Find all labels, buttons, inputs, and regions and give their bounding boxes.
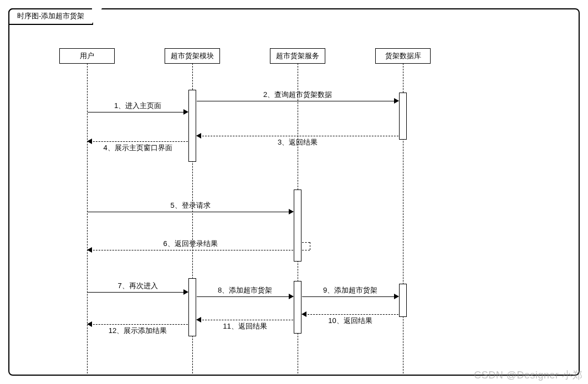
msg-9-label: 9、添加超市货架 — [302, 285, 398, 295]
msg-3-label: 3、返回结果 — [197, 137, 398, 147]
msg-5-label: 5、登录请求 — [88, 201, 293, 211]
msg-10: 10、返回结果 — [302, 314, 398, 315]
activation-service-2 — [294, 281, 301, 334]
msg-12: 12、展示添加结果 — [88, 324, 188, 325]
msg-11: 11、返回结果 — [197, 320, 293, 320]
activation-database-2 — [399, 284, 407, 317]
msg-2-label: 2、查询超市货架数据 — [197, 90, 398, 100]
msg-11-label: 11、返回结果 — [197, 321, 293, 331]
participant-service: 超市货架服务 — [270, 48, 325, 64]
participant-database: 货架数据库 — [375, 48, 431, 64]
participant-user: 用户 — [59, 48, 115, 64]
msg-3: 3、返回结果 — [197, 136, 398, 136]
msg-2: 2、查询超市货架数据 — [197, 101, 398, 101]
msg-4: 4、展示主页窗口界面 — [88, 141, 188, 142]
diagram-canvas: 用户 超市货架模块 超市货架服务 货架数据库 1、进入主页面 2、查询超市货架数… — [9, 9, 579, 375]
msg-7-label: 7、再次进入 — [88, 281, 188, 291]
msg-4-label: 4、展示主页窗口界面 — [88, 143, 188, 153]
msg-8: 8、添加超市货架 — [197, 296, 293, 297]
msg-12-label: 12、展示添加结果 — [88, 326, 188, 336]
msg-6-label: 6、返回登录结果 — [88, 239, 293, 249]
activation-database-1 — [399, 93, 407, 140]
msg-9: 9、添加超市货架 — [302, 296, 398, 297]
msg-1-label: 1、进入主页面 — [88, 101, 188, 111]
msg-1: 1、进入主页面 — [88, 112, 188, 112]
activation-service-1 — [294, 190, 301, 262]
participant-module: 超市货架模块 — [165, 48, 220, 64]
msg-7: 7、再次进入 — [88, 292, 188, 293]
watermark: CSDN @Designer 小郑 — [474, 368, 582, 382]
msg-6: 6、返回登录结果 — [88, 250, 293, 250]
msg-10-label: 10、返回结果 — [302, 316, 398, 326]
msg-8-label: 8、添加超市货架 — [197, 285, 293, 295]
diagram-frame: 时序图-添加超市货架 用户 超市货架模块 超市货架服务 货架数据库 1、进入主页… — [8, 8, 580, 376]
activation-module-2 — [188, 278, 196, 336]
msg-5: 5、登录请求 — [88, 212, 293, 212]
activation-module-1 — [188, 90, 196, 162]
